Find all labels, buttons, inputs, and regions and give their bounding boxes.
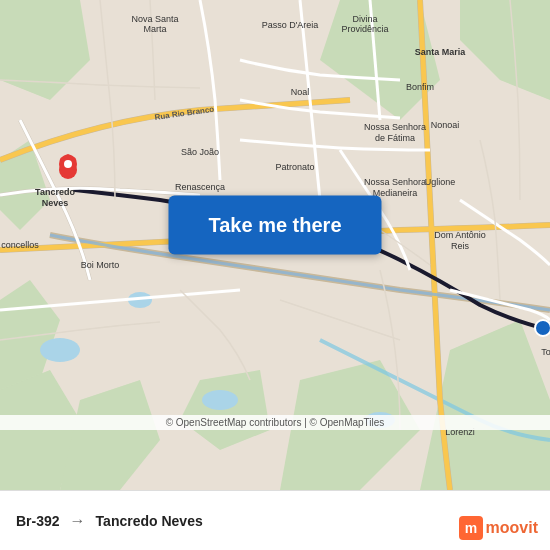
take-me-there-button[interactable]: Take me there [168, 196, 381, 255]
svg-text:m: m [464, 520, 476, 536]
route-from: Br-392 [16, 513, 60, 529]
svg-text:Marta: Marta [143, 24, 166, 34]
svg-text:Tancredo: Tancredo [35, 187, 75, 197]
svg-text:Nossa Senhora: Nossa Senhora [364, 122, 426, 132]
svg-text:Noal: Noal [291, 87, 310, 97]
svg-text:São João: São João [181, 147, 219, 157]
svg-text:Santa Maria: Santa Maria [415, 47, 467, 57]
svg-text:Divina: Divina [352, 14, 377, 24]
bottom-bar: Br-392 → Tancredo Neves m moovit [0, 490, 550, 550]
svg-text:Passo D'Areia: Passo D'Areia [262, 20, 319, 30]
svg-point-42 [64, 160, 72, 168]
svg-text:Neves: Neves [42, 198, 69, 208]
route-to: Tancredo Neves [96, 513, 203, 529]
svg-text:Nonoai: Nonoai [431, 120, 460, 130]
svg-text:Renascença: Renascença [175, 182, 225, 192]
map-attribution: © OpenStreetMap contributors | © OpenMap… [0, 415, 550, 430]
svg-text:Bonfim: Bonfim [406, 82, 434, 92]
svg-point-12 [202, 390, 238, 410]
svg-text:Nossa Senhora: Nossa Senhora [364, 177, 426, 187]
map-container: Santa Maria Tancredo Neves Nova Santa Ma… [0, 0, 550, 490]
moovit-text: moovit [486, 519, 538, 537]
svg-text:de Fátima: de Fátima [375, 133, 415, 143]
svg-text:concellos: concellos [1, 240, 39, 250]
route-arrow: → [70, 512, 86, 530]
svg-point-43 [535, 320, 550, 336]
svg-text:Reis: Reis [451, 241, 470, 251]
svg-text:Dom Antônio: Dom Antônio [434, 230, 486, 240]
svg-text:Boi Morto: Boi Morto [81, 260, 120, 270]
svg-text:Uglione: Uglione [425, 177, 456, 187]
svg-text:Providência: Providência [341, 24, 388, 34]
moovit-logo: m moovit [459, 516, 538, 540]
svg-text:Patronato: Patronato [275, 162, 314, 172]
moovit-icon: m [459, 516, 483, 540]
svg-text:Nova Santa: Nova Santa [131, 14, 178, 24]
svg-text:To: To [541, 347, 550, 357]
svg-point-11 [40, 338, 80, 362]
